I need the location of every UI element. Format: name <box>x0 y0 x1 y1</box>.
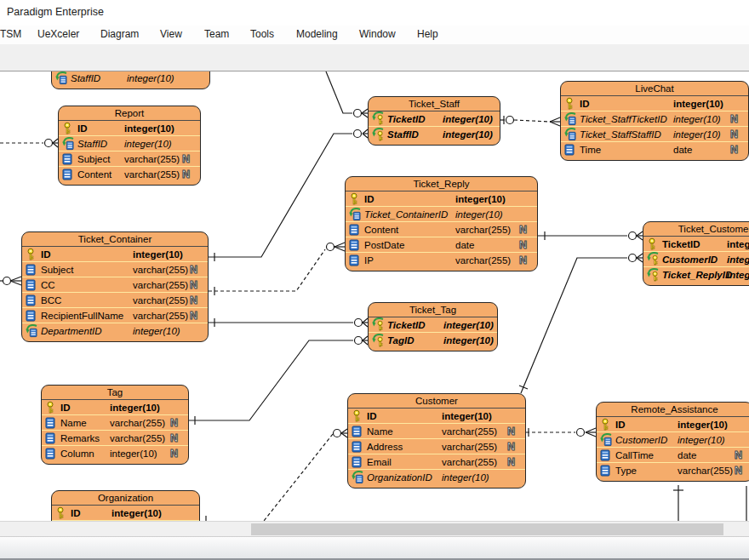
column-row[interactable]: CustomerIDinteger(10) <box>597 432 749 448</box>
column-row[interactable]: Typevarchar(255)N <box>597 463 749 478</box>
connector-container-to-ticket-reply[interactable] <box>209 243 345 295</box>
entity-title: Ticket_Staff <box>369 97 500 111</box>
column-row[interactable]: OrganizationIDinteger(10) <box>348 470 525 485</box>
connector-customer-name-to-bottom[interactable] <box>264 429 347 521</box>
column-name: DepartmentID <box>41 326 102 336</box>
column-row[interactable]: StaffIDinteger(10) <box>369 127 500 142</box>
column-row[interactable]: Namevarchar(255)N <box>42 415 188 431</box>
column-row[interactable]: StaffIDinteger(10) <box>52 71 209 86</box>
entity-customer[interactable]: CustomerIDinteger(10)Namevarchar(255)NAd… <box>347 393 526 489</box>
column-type: integer(10) <box>455 209 503 220</box>
menu-item-team[interactable]: Team <box>204 28 229 40</box>
connector-customer-to-remote-assistance[interactable] <box>526 428 596 437</box>
horizontal-scrollbar[interactable] <box>0 521 749 536</box>
column-name: Content <box>364 225 398 235</box>
primary-foreign-key-icon <box>647 253 661 266</box>
entity-ticket_customer[interactable]: Ticket_CustomerTicketIDinteger(10)Custom… <box>643 221 749 286</box>
column-type: varchar(255) <box>442 457 497 467</box>
column-row[interactable]: IDinteger(10) <box>346 191 537 207</box>
column-row[interactable]: Ticket_ContainerIDinteger(10) <box>346 207 537 222</box>
entity-livechat[interactable]: LiveChatIDinteger(10)Ticket_StaffTicketI… <box>560 81 749 161</box>
menu-item-view[interactable]: View <box>160 28 182 40</box>
title-bar[interactable]: Paradigm Enterprise <box>0 0 749 26</box>
column-row[interactable]: IDinteger(10) <box>22 247 208 262</box>
primary-key-icon <box>564 97 579 111</box>
menu-item-window[interactable]: Window <box>359 28 396 40</box>
nullable-icon: N <box>519 254 527 267</box>
column-row[interactable]: Ticket_StaffTicketIDinteger(10)N <box>561 111 748 127</box>
column-row[interactable]: IDinteger(10) <box>42 400 188 415</box>
column-row[interactable]: IDinteger(10) <box>597 417 749 432</box>
column-row[interactable]: CCvarchar(255)N <box>22 277 208 293</box>
nullable-icon: N <box>507 425 515 438</box>
column-type: integer(10) <box>673 99 723 109</box>
column-row[interactable]: Emailvarchar(255)N <box>348 454 525 470</box>
connector-container-to-ticket-staff[interactable] <box>209 129 368 261</box>
column-row[interactable]: DepartmentIDinteger(10) <box>22 323 208 339</box>
column-row[interactable]: IDinteger(10) <box>52 506 199 521</box>
nullable-icon: N <box>170 447 178 460</box>
menu-item-diagram[interactable]: Diagram <box>100 28 139 40</box>
column-row[interactable]: IDinteger(10) <box>561 96 748 111</box>
column-row[interactable]: Contentvarchar(255)N <box>346 222 537 237</box>
menu-item-uexceler[interactable]: UeXceler <box>37 28 79 40</box>
column-type: integer(10) <box>110 449 157 459</box>
column-row[interactable]: Columninteger(10)N <box>42 446 188 461</box>
column-row[interactable]: RecipientFullNamevarchar(255)N <box>22 308 208 323</box>
column-name: ID <box>71 508 81 518</box>
column-row[interactable]: Namevarchar(255)N <box>348 424 525 439</box>
column-row[interactable]: IPvarchar(255)N <box>346 253 537 268</box>
nullable-icon: N <box>735 449 742 462</box>
entity-partial-top[interactable]: StaffIDinteger(10) <box>51 71 210 89</box>
menu-item-help[interactable]: Help <box>417 28 438 40</box>
connector-ticket-staff-to-livechat[interactable] <box>500 116 560 126</box>
column-type: varchar(255) <box>455 255 511 266</box>
connector-customer-to-ticket-customer[interactable] <box>519 254 643 393</box>
connector-remote-assistance-bottom[interactable] <box>673 485 683 521</box>
menu-item-tsm[interactable]: TSM <box>0 28 21 40</box>
column-row[interactable]: IDinteger(10) <box>348 409 525 424</box>
column-row[interactable]: Ticket_ReplyIDinteger(10) <box>643 267 749 283</box>
entity-ticket_reply[interactable]: Ticket_ReplyIDinteger(10)Ticket_Containe… <box>345 176 538 271</box>
connector-tag-to-ticket-tag[interactable] <box>189 336 368 425</box>
erd-canvas[interactable]: StaffIDinteger(10)ReportIDinteger(10)Sta… <box>0 71 749 521</box>
column-row[interactable]: TicketIDinteger(10) <box>643 237 749 252</box>
entity-tag[interactable]: TagIDinteger(10)Namevarchar(255)NRemarks… <box>41 385 189 465</box>
scrollbar-thumb[interactable] <box>251 523 723 535</box>
zero-cardinality-circle <box>45 140 53 147</box>
column-row[interactable]: CustomerIDinteger(10) <box>643 252 749 267</box>
entity-report[interactable]: ReportIDinteger(10)StaffIDinteger(10)Sub… <box>58 106 201 186</box>
connector-left-to-report[interactable] <box>0 139 58 147</box>
column-icon <box>352 425 366 438</box>
entity-ticket_staff[interactable]: Ticket_StaffTicketIDinteger(10)StaffIDin… <box>368 96 500 146</box>
column-row[interactable]: CallTimedateN <box>597 448 749 463</box>
column-row[interactable]: Ticket_StaffStaffIDinteger(10)N <box>561 127 748 142</box>
column-row[interactable]: IDinteger(10) <box>59 121 200 136</box>
connector-top-to-ticket-staff[interactable] <box>326 71 368 117</box>
column-row[interactable]: PostDatedateN <box>346 237 537 253</box>
entity-ticket_container[interactable]: Ticket_ContainerIDinteger(10)Subjectvarc… <box>21 231 209 342</box>
column-row[interactable]: StaffIDinteger(10) <box>59 136 200 151</box>
menu-item-modeling[interactable]: Modeling <box>296 28 338 40</box>
column-row[interactable]: TagIDinteger(10) <box>369 333 497 348</box>
connector-left-to-container[interactable] <box>0 277 21 285</box>
connector-container-to-ticket-tag[interactable] <box>209 318 368 327</box>
column-row[interactable]: Addressvarchar(255)N <box>348 439 525 454</box>
column-type: integer(10) <box>727 239 749 249</box>
zero-cardinality-circle <box>629 254 637 262</box>
zero-cardinality-circle <box>354 130 362 138</box>
column-row[interactable]: TicketIDinteger(10) <box>369 111 500 127</box>
column-row[interactable]: Subjectvarchar(255)N <box>22 262 208 277</box>
column-row[interactable]: Remarksvarchar(255)N <box>42 431 188 446</box>
entity-remote_assistance[interactable]: Remote_AssistanceIDinteger(10)CustomerID… <box>596 402 749 482</box>
column-row[interactable]: TicketIDinteger(10) <box>369 317 497 333</box>
column-row[interactable]: Subjectvarchar(255)N <box>59 151 200 167</box>
column-row[interactable]: TimedateN <box>561 142 748 157</box>
connector-ticket-reply-to-ticket-customer[interactable] <box>538 231 643 240</box>
entity-ticket_tag[interactable]: Ticket_TagTicketIDinteger(10)TagIDintege… <box>368 302 498 351</box>
menu-item-tools[interactable]: Tools <box>250 28 274 40</box>
entity-organization[interactable]: OrganizationIDinteger(10)N <box>51 490 200 521</box>
column-name: IP <box>364 255 374 266</box>
column-row[interactable]: BCCvarchar(255)N <box>22 293 208 308</box>
column-row[interactable]: Contentvarchar(255)N <box>59 167 200 182</box>
